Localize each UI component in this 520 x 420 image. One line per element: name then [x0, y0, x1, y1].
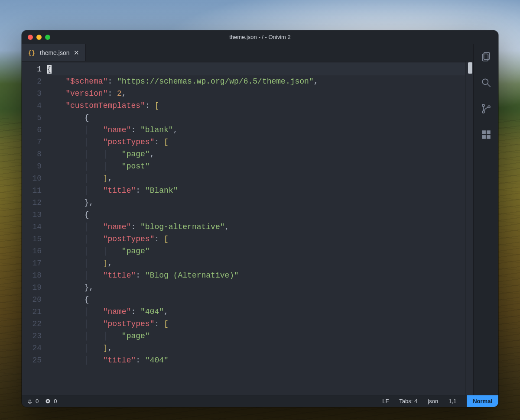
code-line[interactable]: {	[47, 209, 465, 221]
code-line[interactable]: │ │ "page",	[47, 148, 465, 160]
json-file-icon: {}	[28, 49, 36, 56]
line-number: 9	[22, 160, 42, 172]
code-line[interactable]: "version": 2,	[47, 87, 465, 100]
tab-close-icon[interactable]: ✕	[74, 49, 79, 56]
status-notifications[interactable]: 0	[27, 398, 39, 404]
tab-theme-json[interactable]: {} theme.json ✕	[22, 44, 86, 61]
error-icon	[45, 398, 51, 404]
line-number: 24	[22, 342, 42, 354]
status-errors-count: 0	[54, 398, 57, 404]
line-number: 12	[22, 197, 42, 209]
svg-line-3	[488, 84, 491, 87]
line-number: 4	[22, 100, 42, 112]
status-tabs[interactable]: Tabs: 4	[399, 398, 417, 404]
line-number: 20	[22, 294, 42, 306]
activity-bar	[473, 44, 498, 395]
line-number: 7	[22, 136, 42, 148]
status-mode[interactable]: Normal	[467, 395, 498, 407]
code-editor[interactable]: 1234567891011121314151617181920212223242…	[22, 61, 473, 395]
code-line[interactable]: │ ],	[47, 172, 465, 184]
svg-rect-9	[482, 135, 486, 139]
extensions-icon[interactable]	[481, 129, 492, 142]
status-errors[interactable]: 0	[45, 398, 57, 404]
search-icon[interactable]	[481, 77, 492, 90]
code-line[interactable]: {	[47, 112, 465, 124]
code-line[interactable]: │ "title": "404"	[47, 354, 465, 366]
window-title: theme.json - / - Onivim 2	[22, 34, 498, 40]
line-number: 6	[22, 124, 42, 136]
svg-point-4	[482, 104, 484, 107]
code-line[interactable]: │ "name": "404",	[47, 306, 465, 318]
code-line[interactable]: │ "title": "Blank"	[47, 184, 465, 197]
close-window-button[interactable]	[28, 35, 33, 40]
code-line[interactable]: │ "name": "blank",	[47, 124, 465, 136]
line-number: 15	[22, 233, 42, 245]
status-language[interactable]: json	[428, 398, 438, 404]
line-number: 8	[22, 148, 42, 160]
titlebar[interactable]: theme.json - / - Onivim 2	[22, 30, 498, 44]
source-control-icon[interactable]	[481, 103, 492, 116]
code-line[interactable]: │ │ "page"	[47, 330, 465, 342]
line-number: 16	[22, 245, 42, 257]
svg-rect-7	[482, 130, 486, 134]
code-line[interactable]: │ "title": "Blog (Alternative)"	[47, 269, 465, 281]
line-number: 10	[22, 172, 42, 184]
code-line[interactable]: │ "postTypes": [	[47, 318, 465, 330]
minimap-scrollbar[interactable]	[465, 61, 473, 395]
line-number: 19	[22, 281, 42, 294]
bell-icon	[27, 398, 33, 404]
line-number: 14	[22, 221, 42, 233]
tab-label: theme.json	[40, 49, 69, 56]
line-number: 21	[22, 306, 42, 318]
status-bar: 0 0 LF Tabs: 4 json 1,1 Normal	[22, 395, 498, 407]
code-line[interactable]: │ │ "page"	[47, 245, 465, 257]
explorer-icon[interactable]	[481, 51, 492, 64]
status-eol[interactable]: LF	[382, 398, 389, 404]
code-line[interactable]: },	[47, 281, 465, 294]
svg-point-2	[482, 79, 488, 84]
tab-bar: {} theme.json ✕	[22, 44, 473, 61]
line-number: 23	[22, 330, 42, 342]
svg-point-6	[488, 106, 490, 108]
code-line[interactable]: │ ],	[47, 257, 465, 269]
zoom-window-button[interactable]	[45, 35, 50, 40]
line-number: 25	[22, 354, 42, 366]
line-number: 11	[22, 184, 42, 197]
status-notifications-count: 0	[36, 398, 39, 404]
code-line[interactable]: │ "postTypes": [	[47, 136, 465, 148]
line-number: 1	[22, 63, 42, 75]
line-number: 18	[22, 269, 42, 281]
app-window: theme.json - / - Onivim 2 {} theme.json …	[22, 30, 498, 407]
code-line[interactable]: │ "name": "blog-alternative",	[47, 221, 465, 233]
code-line[interactable]: {	[47, 294, 465, 306]
code-area[interactable]: { "$schema": "https://schemas.wp.org/wp/…	[47, 61, 465, 395]
svg-rect-10	[487, 135, 491, 139]
scrollbar-thumb[interactable]	[468, 62, 472, 74]
code-line[interactable]: "customTemplates": [	[47, 100, 465, 112]
svg-rect-8	[487, 130, 491, 134]
minimize-window-button[interactable]	[36, 35, 42, 40]
code-line[interactable]: │ │ "post"	[47, 160, 465, 172]
line-number: 22	[22, 318, 42, 330]
code-line[interactable]: "$schema": "https://schemas.wp.org/wp/6.…	[47, 75, 465, 87]
line-number: 5	[22, 112, 42, 124]
code-line[interactable]: },	[47, 197, 465, 209]
status-position[interactable]: 1,1	[448, 398, 456, 404]
window-controls	[28, 35, 50, 40]
svg-point-5	[482, 111, 484, 113]
line-number: 13	[22, 209, 42, 221]
line-number-gutter: 1234567891011121314151617181920212223242…	[22, 61, 47, 395]
code-line[interactable]: {	[47, 63, 465, 75]
line-number: 3	[22, 87, 42, 100]
code-line[interactable]: │ ],	[47, 342, 465, 354]
code-line[interactable]: │ "postTypes": [	[47, 233, 465, 245]
line-number: 17	[22, 257, 42, 269]
line-number: 2	[22, 75, 42, 87]
